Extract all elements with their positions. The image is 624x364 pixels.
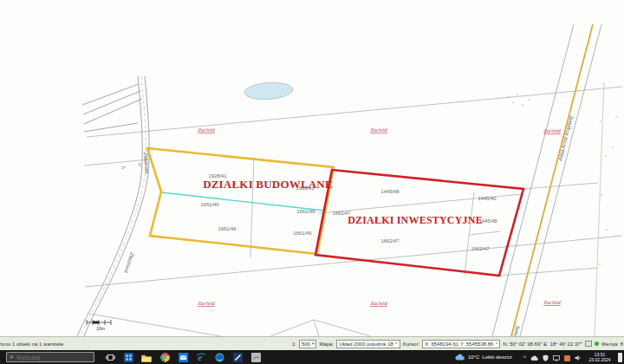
version-label: Wersja: 8 bbox=[601, 341, 623, 347]
chevron-down-icon[interactable]: ˅ bbox=[395, 341, 398, 346]
tray-expand-icon[interactable]: ^ bbox=[523, 354, 526, 361]
map-label: Mapa: bbox=[319, 341, 334, 347]
direction-label: Zachód bbox=[543, 127, 561, 133]
parcel-number: 1662/47 bbox=[471, 246, 490, 251]
status-bar: Znaleziono 1 obiekt na 1 warstwie 1: 500… bbox=[0, 336, 624, 350]
blue-tile-app-icon[interactable] bbox=[232, 352, 243, 362]
direction-label: Zachód bbox=[370, 127, 387, 133]
taskbar-clock[interactable]: 13:51 23.02.2024 bbox=[586, 352, 614, 363]
status-message: Znaleziono 1 obiekt na 1 warstwie bbox=[0, 341, 63, 347]
notification-icon[interactable] bbox=[618, 353, 622, 362]
file-explorer-icon[interactable] bbox=[141, 352, 152, 362]
parcel-number: 1661/45 bbox=[294, 231, 312, 236]
taskbar-search-box[interactable]: ⌕ bbox=[6, 352, 94, 362]
scale-input[interactable]: 500 ▾ bbox=[299, 340, 317, 348]
map-canvas[interactable]: 1928/41 1928/41 1661/46 1661/46 1661/46 … bbox=[0, 0, 624, 336]
status-ok-icon bbox=[595, 341, 599, 346]
status-message-wrap: Znaleziono 1 obiekt na 1 warstwie bbox=[0, 341, 111, 347]
weather-desc: Lekki deszcz bbox=[482, 354, 511, 360]
direction-label: Zachód bbox=[370, 300, 387, 306]
edge-icon[interactable] bbox=[214, 352, 224, 362]
internet-explorer-icon[interactable]: e bbox=[196, 352, 206, 362]
parcel-number: 1445/40 bbox=[478, 196, 497, 201]
parcel-number: 1661/46 bbox=[297, 209, 315, 214]
cursor-coords-dropdown[interactable]: X: 6548194.61 Y: 5545538.86 ˅ bbox=[422, 340, 500, 348]
investment-plots-title: DZIAŁKI INWESTYCYJNE bbox=[348, 214, 483, 226]
calendar-app-icon[interactable] bbox=[123, 352, 133, 362]
scale-bar-label: 10m bbox=[96, 326, 105, 331]
panel-icon[interactable] bbox=[585, 341, 592, 347]
direction-label: Zachód bbox=[543, 299, 561, 305]
task-view-icon[interactable] bbox=[105, 352, 115, 362]
chrome-icon[interactable] bbox=[159, 352, 170, 362]
scale-prefix-label: 1: bbox=[292, 341, 296, 347]
search-icon: ⌕ bbox=[10, 354, 13, 361]
parcel-number: 1662/47 bbox=[381, 238, 400, 244]
projection-value: Układ 2000 południk 18 bbox=[339, 341, 393, 347]
scale-value: 500 bbox=[302, 341, 310, 347]
orange-app-tray-icon[interactable] bbox=[564, 349, 570, 364]
windows-taskbar: ⌕ e 10°C bbox=[0, 350, 624, 364]
projection-dropdown[interactable]: Układ 2000 południk 18 ˅ bbox=[336, 340, 400, 348]
parcel-number: 1661/46 bbox=[218, 226, 237, 231]
weather-widget[interactable]: 10°C Lekki deszcz bbox=[455, 354, 512, 361]
speaker-icon[interactable] bbox=[575, 349, 582, 364]
weather-icon bbox=[455, 354, 465, 361]
cursor-coords-value: X: 6548194.61 Y: 5545538.86 bbox=[425, 341, 493, 347]
monitor-tray-icon[interactable] bbox=[553, 349, 560, 364]
search-input[interactable] bbox=[16, 354, 76, 361]
geo-coords: N: 50° 02' 38.69" E: 18° 40' 22.37" bbox=[503, 341, 582, 347]
parcel-number: 1661/46 bbox=[201, 202, 219, 207]
chevron-down-icon[interactable]: ˅ bbox=[495, 341, 497, 346]
shield-icon[interactable] bbox=[543, 349, 549, 364]
gray-app-icon[interactable] bbox=[250, 352, 261, 362]
parcel-number: 1445/48 bbox=[381, 189, 400, 194]
direction-label: Zachód bbox=[198, 127, 215, 133]
weather-temp: 10°C bbox=[468, 354, 479, 360]
direction-label: Zachód bbox=[198, 300, 215, 306]
building-plots-title: DZIAŁKI BUDOWLANE bbox=[203, 178, 333, 191]
onedrive-cloud-icon[interactable] bbox=[530, 349, 538, 364]
mail-app-icon[interactable] bbox=[178, 352, 188, 362]
scale-spinner-icon[interactable]: ▾ bbox=[312, 341, 315, 346]
cursor-label: Kursor: bbox=[403, 341, 419, 347]
clock-date: 23.02.2024 bbox=[586, 357, 614, 362]
